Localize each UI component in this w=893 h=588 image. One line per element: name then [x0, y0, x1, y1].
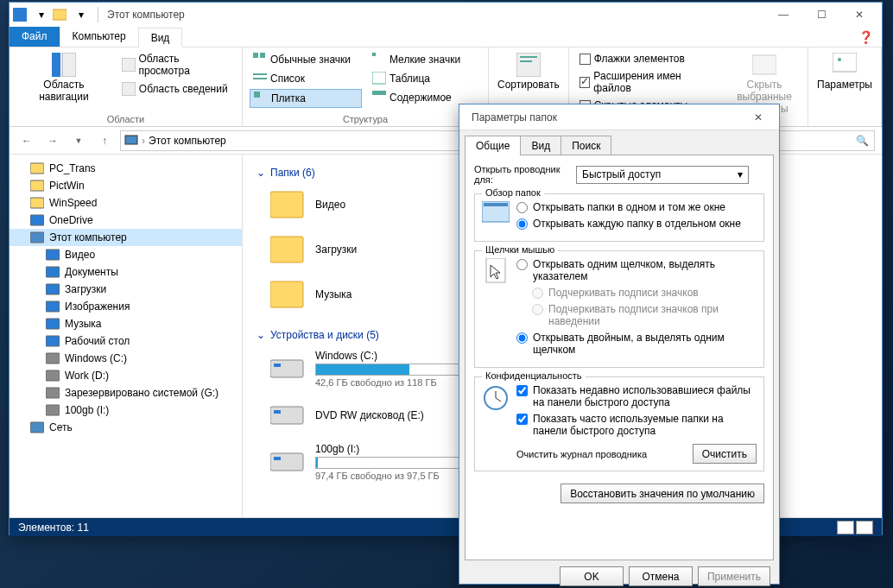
clicks-legend: Щелчки мышью [482, 244, 558, 255]
help-icon[interactable]: ❓ [858, 30, 873, 44]
svg-rect-3 [62, 53, 76, 77]
up-button[interactable]: ↑ [94, 130, 115, 151]
details-pane-button[interactable]: Область сведений [118, 80, 235, 98]
tab-file[interactable]: Файл [10, 27, 60, 47]
item-count: Элементов: 11 [18, 522, 89, 534]
tree-item[interactable]: 100gb (I:) [10, 401, 242, 419]
open-for-select[interactable]: Быстрый доступ▾ [576, 166, 749, 184]
folder-icon [53, 8, 66, 22]
tab-search[interactable]: Поиск [560, 136, 611, 155]
window-title: Этот компьютер [107, 9, 185, 21]
tile-button[interactable]: Плитка [250, 89, 362, 108]
nav-tree[interactable]: PC_TransPictWinWinSpeedOneDriveЭтот комп… [10, 155, 243, 517]
tree-item[interactable]: OneDrive [10, 212, 242, 229]
single-click-radio[interactable]: Открывать одним щелчком, выделять указат… [516, 258, 757, 282]
tab-view[interactable]: Вид [139, 28, 183, 47]
dialog-buttons: OK Отмена Применить [459, 566, 779, 588]
ok-button[interactable]: OK [560, 566, 624, 586]
maximize-button[interactable]: ☐ [802, 3, 840, 27]
tree-item[interactable]: Загрузки [10, 281, 242, 298]
new-window-radio[interactable]: Открывать каждую папку в отдельном окне [516, 218, 757, 230]
extensions-checkbox[interactable]: Расширения имен файлов [576, 68, 721, 96]
svg-rect-11 [372, 53, 376, 56]
underline1-radio: Подчеркивать подписи значков [516, 287, 757, 299]
svg-rect-10 [254, 92, 260, 98]
dialog-tabs: Общие Вид Поиск [459, 130, 779, 155]
tree-item[interactable]: Сеть [10, 419, 242, 436]
svg-rect-12 [372, 72, 386, 84]
svg-rect-23 [30, 198, 44, 208]
tree-item[interactable]: Музыка [10, 315, 242, 332]
app-icon [13, 8, 27, 22]
icons-view-button[interactable] [856, 521, 873, 534]
table-button[interactable]: Таблица [369, 70, 481, 87]
underline2-radio: Подчеркивать подписи значков при наведен… [516, 303, 757, 327]
preview-icon [122, 58, 136, 72]
small-icons-button[interactable]: Мелкие значки [369, 51, 481, 68]
svg-rect-29 [46, 301, 60, 312]
tree-item[interactable]: WinSpeed [10, 194, 242, 212]
recent-files-checkbox[interactable]: Показать недавно использовавшиеся файлы … [516, 384, 757, 408]
tree-item[interactable]: PC_Trans [10, 160, 242, 177]
layout-icon [52, 53, 76, 77]
details-icon [122, 82, 136, 96]
svg-rect-27 [46, 267, 60, 277]
view-buttons [837, 521, 873, 534]
tree-item[interactable]: Документы [10, 263, 242, 281]
double-click-radio[interactable]: Открывать двойным, а выделять одним щелч… [516, 332, 757, 356]
small-icons-icon [372, 53, 386, 66]
tree-item[interactable]: Изображения [10, 298, 242, 315]
chevron-down-icon: ⌄ [256, 329, 265, 341]
list-button[interactable]: Список [250, 70, 362, 87]
svg-rect-8 [253, 73, 267, 75]
apply-button[interactable]: Применить [698, 566, 770, 586]
options-button[interactable]: Параметры [815, 51, 874, 123]
nav-pane-button[interactable]: Область навигации [16, 51, 111, 112]
nav-pane-label: Область навигации [18, 79, 110, 103]
svg-rect-24 [30, 215, 44, 225]
ribbon-group-params: Параметры [808, 47, 882, 126]
tree-item[interactable]: Windows (C:) [10, 350, 242, 367]
details-view-button[interactable] [837, 521, 854, 534]
minimize-button[interactable]: — [764, 3, 802, 27]
cancel-button[interactable]: Отмена [629, 566, 693, 586]
table-icon [372, 72, 386, 85]
checkbox-icon [580, 54, 591, 65]
svg-rect-32 [46, 353, 60, 364]
tab-general[interactable]: Общие [465, 136, 521, 155]
regular-icons-button[interactable]: Обычные значки [250, 51, 362, 68]
svg-rect-15 [520, 56, 537, 58]
restore-defaults-button[interactable]: Восстановить значения по умолчанию [560, 484, 764, 503]
tree-item[interactable]: Этот компьютер [10, 229, 242, 246]
close-button[interactable]: ✕ [840, 3, 878, 27]
svg-rect-44 [270, 453, 303, 471]
tree-item[interactable]: Work (D:) [10, 367, 242, 384]
tree-item[interactable]: Рабочий стол [10, 332, 242, 350]
svg-rect-17 [752, 55, 776, 74]
same-window-radio[interactable]: Открывать папки в одном и том же окне [516, 201, 757, 213]
tree-item[interactable]: Видео [10, 246, 242, 263]
clear-button[interactable]: Очистить [693, 444, 757, 464]
titlebar: ▾ ▾ Этот компьютер — ☐ ✕ [10, 3, 882, 27]
qat-dropdown2-icon[interactable]: ▾ [72, 5, 91, 24]
item-flags-checkbox[interactable]: Флажки элементов [576, 51, 721, 66]
recent-folders-checkbox[interactable]: Показать часто используемые папки на пан… [516, 413, 757, 437]
forward-button[interactable]: → [42, 130, 63, 151]
hide-icon [752, 53, 776, 77]
tree-item[interactable]: Зарезервировано системой (G:) [10, 384, 242, 401]
dialog-titlebar: Параметры папок ✕ [459, 104, 779, 130]
tab-view-opts[interactable]: Вид [520, 136, 561, 155]
svg-rect-9 [253, 78, 267, 79]
history-dropdown[interactable]: ▼ [68, 130, 89, 151]
back-button[interactable]: ← [16, 130, 37, 151]
svg-rect-20 [125, 136, 137, 144]
tab-computer[interactable]: Компьютер [60, 27, 139, 47]
svg-rect-18 [833, 53, 857, 72]
svg-rect-42 [270, 407, 303, 424]
menubar: Файл Компьютер Вид ❓ [10, 27, 882, 47]
qat-dropdown-icon[interactable]: ▾ [32, 5, 51, 24]
browse-legend: Обзор папок [482, 187, 544, 198]
dialog-close-button[interactable]: ✕ [741, 105, 776, 130]
tree-item[interactable]: PictWin [10, 177, 242, 194]
preview-pane-button[interactable]: Область просмотра [118, 51, 235, 79]
